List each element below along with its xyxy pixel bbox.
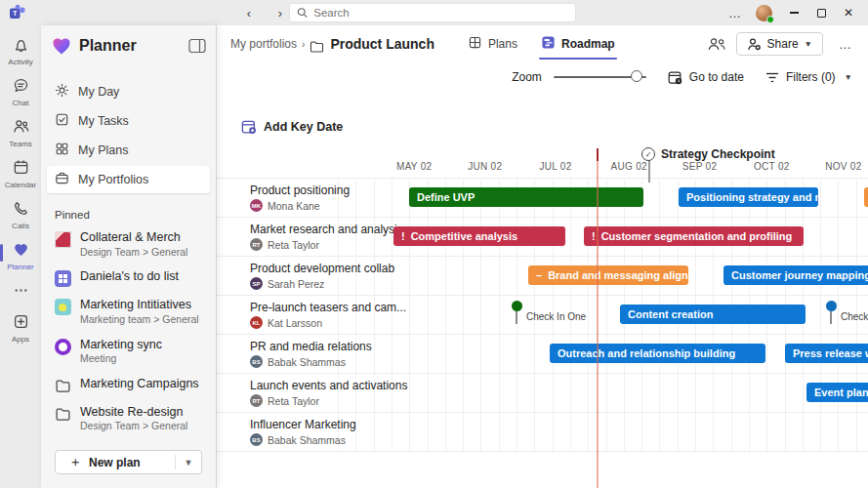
today-marker-line xyxy=(597,148,599,488)
gantt-bar[interactable]: Positioning strategy and mess... xyxy=(679,187,818,207)
pinned-item[interactable]: Website Re-designDesign Team > General xyxy=(47,401,210,437)
gantt-bar[interactable]: Event planning xyxy=(806,383,868,402)
pinned-section-label: Pinned xyxy=(55,209,216,221)
task-row-owner: MKMona Kane xyxy=(250,199,320,212)
rail-item-planner[interactable]: Planner xyxy=(0,238,41,274)
gantt-bar[interactable]: !Customer segmentation and profiling xyxy=(584,226,804,246)
sidebar-item-label: My Portfolios xyxy=(78,173,148,186)
week-gridline xyxy=(338,178,339,451)
pinned-item[interactable]: Marketing syncMeeting xyxy=(47,334,210,370)
zoom-slider-knob[interactable] xyxy=(631,70,642,82)
pinned-item-name: Marketing sync xyxy=(80,338,162,353)
breadcrumb-chevron-icon: › xyxy=(302,39,305,50)
gantt-bar[interactable]: Press release writing xyxy=(785,344,868,363)
minimize-button[interactable] xyxy=(780,0,807,25)
row-separator xyxy=(217,256,868,257)
svg-text:T: T xyxy=(13,9,18,18)
row-separator xyxy=(217,295,868,296)
new-plan-button[interactable]: ＋ New plan ▼ xyxy=(55,450,202,474)
sidebar-item-label: My Plans xyxy=(78,143,128,157)
close-button[interactable]: ✕ xyxy=(835,0,862,25)
chat-icon xyxy=(13,77,29,98)
owner-name: Babak Shammas xyxy=(268,434,346,446)
avatar: BS xyxy=(250,355,263,368)
checkpoint-label: Strategy Checkpoint xyxy=(661,147,775,161)
plus-icon: ＋ xyxy=(68,454,82,471)
presence-dot xyxy=(766,16,774,23)
maximize-button[interactable] xyxy=(807,0,835,25)
share-person-icon xyxy=(747,38,762,51)
zoom-slider[interactable] xyxy=(554,76,646,79)
pinned-item-text: Collateral & MerchDesign Team > General xyxy=(80,230,187,259)
new-plan-label: New plan xyxy=(89,456,175,469)
new-plan-dropdown-icon[interactable]: ▼ xyxy=(176,458,201,468)
avatar[interactable] xyxy=(756,5,772,21)
forward-button[interactable]: › xyxy=(269,2,291,23)
go-to-date-button[interactable]: Go to date xyxy=(668,70,744,85)
row-separator xyxy=(217,412,868,413)
pinned-item-subtitle: Marketing team > General xyxy=(80,313,199,327)
pinned-item-subtitle: Meeting xyxy=(80,352,162,366)
gantt-bar[interactable]: Content creation xyxy=(620,305,806,324)
plans-icon xyxy=(55,142,69,159)
milestone-pin[interactable] xyxy=(512,301,522,324)
pinned-item[interactable]: Daniela's to do list xyxy=(47,265,210,291)
pinned-item-name: Daniela's to do list xyxy=(80,269,179,285)
task-row-name: Product positioning xyxy=(250,183,350,197)
sidebar-item-my-plans[interactable]: My Plans xyxy=(47,137,210,164)
rail-item-chat[interactable]: Chat xyxy=(0,74,41,110)
gantt-bar[interactable] xyxy=(864,187,868,207)
task-row-owner: BSBabak Shammas xyxy=(250,355,346,368)
avatar: RT xyxy=(250,238,263,251)
sun-icon xyxy=(55,83,69,101)
members-icon[interactable] xyxy=(707,37,726,52)
add-key-date-button[interactable]: Add Key Date xyxy=(241,119,343,135)
sidebar-item-my-tasks[interactable]: My Tasks xyxy=(47,107,210,135)
task-row-owner: RTReta Taylor xyxy=(250,238,319,251)
gantt-bar[interactable]: –Brand and messaging alignment xyxy=(528,265,688,285)
filter-icon xyxy=(765,72,779,83)
rail-item-activity[interactable]: Activity xyxy=(0,33,41,69)
pinned-item[interactable]: Marketing Campaigns xyxy=(47,373,210,398)
milestone-label: Check In One xyxy=(526,311,586,322)
sidebar-item-my-day[interactable]: My Day xyxy=(47,78,210,105)
header-more-icon[interactable]: … xyxy=(833,37,858,52)
rail-item-apps[interactable]: Apps xyxy=(0,310,41,346)
share-button[interactable]: Share ▼ xyxy=(736,32,823,56)
filters-button[interactable]: Filters (0) ▼ xyxy=(765,70,852,84)
main-content: My portfolios › Product Launch PlansRoad… xyxy=(216,25,868,488)
rail-item-teams[interactable]: Teams xyxy=(0,115,41,151)
rail-item-label: Planner xyxy=(7,263,34,271)
gantt-bar[interactable]: Define UVP xyxy=(409,187,643,207)
pinned-item-text: Marketing Campaigns xyxy=(80,377,199,392)
rail-item-calendar[interactable]: Calendar xyxy=(0,156,41,192)
titlebar-more-icon[interactable]: … xyxy=(723,6,748,20)
sidebar-item-my-portfolios[interactable]: My Portfolios xyxy=(47,166,210,193)
planner-logo-icon xyxy=(51,35,72,57)
filters-chevron-icon: ▼ xyxy=(845,72,852,82)
gantt-bar[interactable]: !Competitive analysis xyxy=(393,226,565,246)
gantt-bar-label: Event planning xyxy=(814,386,868,398)
rail-item-more[interactable] xyxy=(0,279,41,305)
search-box[interactable] xyxy=(289,3,576,22)
collapse-panel-icon[interactable] xyxy=(188,38,206,54)
gantt-bar[interactable]: Outreach and relationship building xyxy=(550,344,765,363)
gantt-bar-label: Content creation xyxy=(628,308,713,320)
owner-name: Reta Taylor xyxy=(268,239,319,251)
milestone-pin[interactable] xyxy=(826,301,837,324)
breadcrumb[interactable]: My portfolios xyxy=(230,37,297,51)
pinned-item[interactable]: Collateral & MerchDesign Team > General xyxy=(47,226,210,263)
key-date-checkpoint[interactable]: ✓Strategy Checkpoint xyxy=(641,147,775,161)
gantt-bar[interactable]: Customer journey mapping xyxy=(723,265,868,285)
pinned-item[interactable]: Marketing IntitiativesMarketing team > G… xyxy=(47,294,210,330)
back-button[interactable]: ‹ xyxy=(238,2,260,23)
sidebar-item-label: My Tasks xyxy=(78,114,129,128)
priority-icon: – xyxy=(536,269,542,281)
tab-roadmap[interactable]: Roadmap xyxy=(533,25,623,62)
week-gridline xyxy=(374,178,375,451)
rail-item-calls[interactable]: Calls xyxy=(0,197,41,233)
milestone-label: Check In xyxy=(841,311,868,322)
search-input[interactable] xyxy=(313,7,568,19)
tab-plans[interactable]: Plans xyxy=(460,25,525,62)
week-gridline xyxy=(428,178,429,451)
